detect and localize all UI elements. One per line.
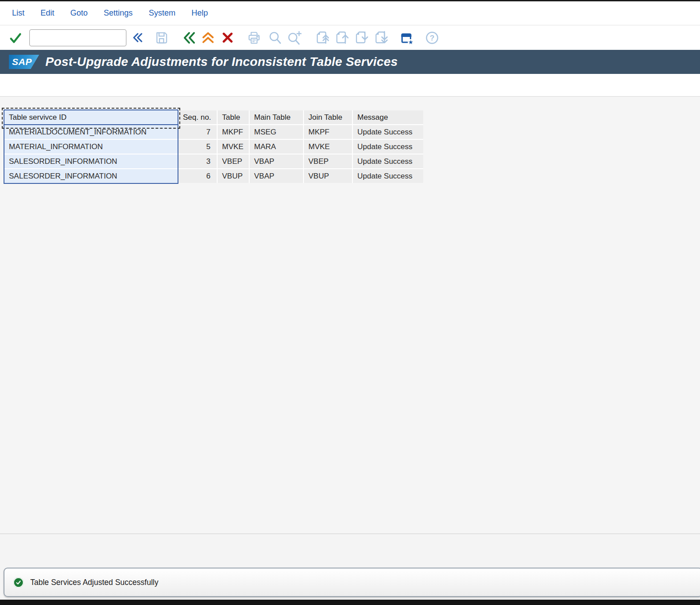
cell-message[interactable]: Update Success [353, 154, 423, 168]
menu-list[interactable]: List [12, 8, 24, 18]
find-icon[interactable] [268, 31, 282, 45]
print-icon[interactable] [247, 31, 262, 45]
cell-main-table[interactable]: VBAP [250, 154, 303, 168]
column-header-join-table[interactable]: Join Table [304, 110, 352, 124]
menu-bar: List Edit Goto Settings System Help [0, 1, 700, 25]
cell-message[interactable]: Update Success [353, 169, 423, 183]
exit-icon[interactable] [201, 31, 215, 45]
cell-service-id[interactable]: MATERIALDOCUMENT_INFORMATION [4, 125, 178, 139]
cell-main-table[interactable]: MARA [250, 140, 303, 154]
cell-join-table[interactable]: MVKE [304, 140, 352, 154]
cell-service-id[interactable]: SALESORDER_INFORMATION [4, 169, 178, 183]
cell-main-table[interactable]: MSEG [250, 125, 303, 139]
next-page-icon[interactable] [353, 30, 369, 45]
table-services-list: Table servivce ID Seq. no. Table Main Ta… [4, 110, 423, 183]
status-message: Table Services Adjusted Successfully [30, 578, 158, 587]
column-header-message[interactable]: Message [353, 110, 423, 124]
svg-text:?: ? [430, 34, 434, 42]
cell-message[interactable]: Update Success [353, 125, 423, 139]
cell-service-id[interactable]: MATERIAL_INFORMATION [4, 140, 178, 154]
success-check-icon [13, 577, 24, 588]
cell-service-id[interactable]: SALESORDER_INFORMATION [4, 154, 178, 168]
cell-main-table[interactable]: VBAP [250, 169, 303, 183]
menu-edit[interactable]: Edit [40, 8, 54, 18]
menu-help[interactable]: Help [191, 8, 208, 18]
column-header-table-service-id[interactable]: Table servivce ID [4, 110, 178, 124]
create-shortcut-icon[interactable] [399, 30, 414, 45]
sap-logo: SAP [9, 55, 39, 69]
help-icon[interactable]: ? [425, 31, 439, 45]
cell-message[interactable]: Update Success [353, 140, 423, 154]
cell-seq-no[interactable]: 3 [178, 154, 217, 168]
cell-table[interactable]: VBEP [218, 154, 249, 168]
menu-settings[interactable]: Settings [104, 8, 133, 18]
cell-join-table[interactable]: VBUP [304, 169, 352, 183]
content-panel: Table servivce ID Seq. no. Table Main Ta… [0, 96, 700, 534]
find-next-icon[interactable] [287, 31, 303, 45]
last-page-icon[interactable] [373, 30, 389, 45]
cell-seq-no[interactable]: 6 [178, 169, 217, 183]
cell-table[interactable]: VBUP [218, 169, 249, 183]
column-header-table[interactable]: Table [218, 110, 249, 124]
cell-table[interactable]: MVKE [218, 140, 249, 154]
cell-table[interactable]: MKPF [218, 125, 249, 139]
page-title: Post-Upgrade Adjustments for Inconsisten… [45, 55, 398, 69]
cancel-icon[interactable] [221, 31, 234, 44]
column-header-main-table[interactable]: Main Table [250, 110, 303, 124]
cell-seq-no[interactable]: 5 [178, 140, 217, 154]
screen-bottom-strip [0, 600, 700, 605]
status-bar: Table Services Adjusted Successfully [4, 568, 700, 597]
first-page-icon[interactable] [314, 30, 330, 45]
column-header-seq-no[interactable]: Seq. no. [178, 110, 217, 124]
command-field[interactable] [29, 29, 126, 46]
menu-goto[interactable]: Goto [70, 8, 88, 18]
title-bar: SAP Post-Upgrade Adjustments for Inconsi… [0, 50, 700, 74]
cell-join-table[interactable]: MKPF [304, 125, 352, 139]
menu-system[interactable]: System [149, 8, 175, 18]
cell-join-table[interactable]: VBEP [304, 154, 352, 168]
back-icon[interactable] [182, 31, 195, 45]
spacer-strip [0, 74, 700, 96]
previous-page-icon[interactable] [334, 30, 350, 45]
cell-seq-no[interactable]: 7 [178, 125, 217, 139]
save-icon[interactable] [154, 31, 169, 45]
enter-icon[interactable] [9, 31, 22, 45]
standard-toolbar: ? [0, 25, 700, 50]
collapse-command-field-icon[interactable] [132, 32, 143, 43]
